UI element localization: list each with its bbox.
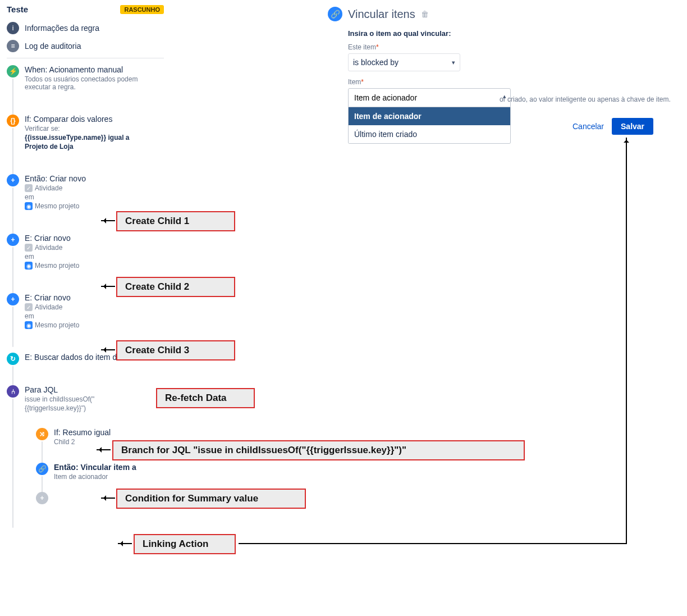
branch-icon: ⑃: [7, 385, 19, 398]
create3-in: em: [25, 312, 164, 320]
nav-audit-label: Log de auditoria: [25, 42, 81, 51]
annotation-refetch: Re-fetch Data: [156, 388, 255, 408]
info-icon: i: [7, 22, 19, 34]
plus-icon: +: [7, 293, 19, 305]
connector: [12, 399, 13, 528]
shuffle-icon: ⤭: [36, 428, 48, 440]
create2-type: Atividade: [35, 244, 62, 252]
annotation-condition-summary: Condition for Summary value: [116, 489, 306, 509]
step-when-desc: Todos os usuários conectados podem execu…: [25, 75, 148, 91]
create1-title: Então: Criar novo: [25, 174, 164, 183]
annotation-create-child-3: Create Child 3: [116, 340, 235, 361]
combo-item-dropdown: Item de acionador Último item criado: [348, 107, 511, 144]
connector: [12, 247, 13, 299]
if-compare-l3: Projeto de Loja: [25, 143, 164, 150]
create1-proj: Mesmo projeto: [35, 202, 79, 210]
create1-in: em: [25, 193, 164, 201]
arrow-icon: [239, 543, 627, 544]
draft-badge: RASCUNHO: [120, 5, 164, 14]
annotation-create-child-2: Create Child 2: [116, 277, 235, 297]
arrow-icon: [626, 138, 627, 544]
refresh-icon: ↻: [7, 353, 19, 365]
arrow-icon: [101, 220, 115, 221]
rule-header: Teste RASCUNHO: [7, 4, 164, 14]
arrow-icon: [101, 349, 115, 350]
connector: [12, 188, 13, 239]
step-link-action[interactable]: 🔗 Então: Vincular item a Item de acionad…: [36, 463, 164, 481]
step-branch-jql[interactable]: ⑃ Para JQL issue in childIssuesOf(" {{tr…: [7, 385, 164, 481]
step-create-3[interactable]: + E: Criar novo ✓ Atividade em ◉ Mesmo p…: [7, 293, 164, 329]
config-hint: or criado, ao valor inteligente ou apena…: [500, 95, 671, 103]
connector: [12, 307, 13, 347]
branch-l2: {{triggerIssue.key}}"): [25, 404, 164, 412]
arrow-icon: [101, 286, 115, 287]
nav-audit-log[interactable]: ≡ Log de auditoria: [7, 40, 164, 52]
check-icon: ✓: [25, 303, 33, 311]
create2-type-row: ✓ Atividade: [25, 244, 164, 252]
rule-chain: ⚡ When: Acionamento manual Todos os usuá…: [7, 65, 164, 481]
project-icon: ◉: [25, 262, 33, 270]
branch-title: Para JQL: [25, 385, 164, 394]
nav-rule-info[interactable]: i Informações da regra: [7, 22, 164, 34]
config-instruction: Insira o item ao qual vincular:: [348, 29, 676, 38]
create2-proj: Mesmo projeto: [35, 262, 79, 270]
step-when[interactable]: ⚡ When: Acionamento manual Todos os usuá…: [7, 65, 164, 91]
braces-icon: {}: [7, 115, 19, 127]
create1-type: Atividade: [35, 184, 62, 192]
create1-proj-row: ◉ Mesmo projeto: [25, 202, 164, 210]
project-icon: ◉: [25, 202, 33, 210]
link-title: Então: Vincular item a: [54, 463, 164, 472]
if-compare-title: If: Comparar dois valores: [25, 115, 164, 124]
config-title: Vincular itens: [348, 8, 415, 21]
arrow-icon: [101, 498, 115, 499]
create3-proj-row: ◉ Mesmo projeto: [25, 321, 164, 329]
nav-info-label: Informações da regra: [25, 24, 99, 33]
create2-proj-row: ◉ Mesmo projeto: [25, 262, 164, 270]
arrow-icon: [118, 543, 132, 544]
step-create-2[interactable]: + E: Criar novo ✓ Atividade em ◉ Mesmo p…: [7, 234, 164, 270]
create2-title: E: Criar novo: [25, 234, 164, 243]
project-icon: ◉: [25, 321, 33, 329]
if-compare-l1: Verificar se:: [25, 125, 164, 133]
chevron-down-icon: ▾: [452, 59, 455, 66]
select-link-type[interactable]: is blocked by ▾: [348, 53, 460, 71]
divider: [7, 58, 164, 58]
create3-type: Atividade: [35, 303, 62, 311]
label-this-item: Este item*: [348, 43, 676, 51]
config-actions: Cancelar Salvar: [572, 118, 653, 135]
combo-item-input[interactable]: [348, 88, 511, 107]
trash-icon[interactable]: 🗑: [421, 10, 429, 19]
cancel-button[interactable]: Cancelar: [572, 122, 604, 131]
create3-type-row: ✓ Atividade: [25, 303, 164, 311]
link-icon: 🔗: [36, 463, 48, 475]
create3-proj: Mesmo projeto: [35, 321, 79, 329]
combo-item: ▴ Item de acionador Último item criado: [348, 88, 511, 144]
annotation-create-child-1: Create Child 1: [116, 211, 235, 231]
step-create-1[interactable]: + Então: Criar novo ✓ Atividade em ◉ Mes…: [7, 174, 164, 210]
create1-type-row: ✓ Atividade: [25, 184, 164, 192]
connector: [12, 128, 13, 179]
select-link-type-value: is blocked by: [353, 58, 399, 67]
bolt-icon: ⚡: [7, 65, 19, 77]
plus-icon: +: [7, 234, 19, 246]
add-icon: +: [36, 492, 48, 504]
step-when-title: When: Acionamento manual: [25, 65, 164, 74]
create2-in: em: [25, 253, 164, 261]
dd-option-trigger-item[interactable]: Item de acionador: [349, 107, 510, 125]
check-icon: ✓: [25, 184, 33, 192]
rule-sidebar: Teste RASCUNHO i Informações da regra ≡ …: [7, 4, 164, 493]
save-button[interactable]: Salvar: [612, 118, 653, 135]
if-compare-l2: {{issue.issueType.name}} igual a: [25, 134, 164, 142]
check-icon: ✓: [25, 244, 33, 252]
arrow-icon: [97, 449, 111, 450]
link-l1: Item de acionador: [54, 473, 164, 481]
annotation-linking-action: Linking Action: [134, 534, 236, 554]
plus-icon: +: [7, 174, 19, 186]
dd-option-last-created[interactable]: Último item criado: [349, 125, 510, 143]
rule-name: Teste: [7, 4, 28, 14]
link-icon: 🔗: [328, 7, 342, 21]
config-header: 🔗 Vincular itens 🗑: [328, 7, 676, 21]
step-if-compare[interactable]: {} If: Comparar dois valores Verificar s…: [7, 115, 164, 150]
list-icon: ≡: [7, 40, 19, 52]
annotation-branch-jql: Branch for JQL "issue in childIssuesOf("…: [112, 440, 525, 460]
